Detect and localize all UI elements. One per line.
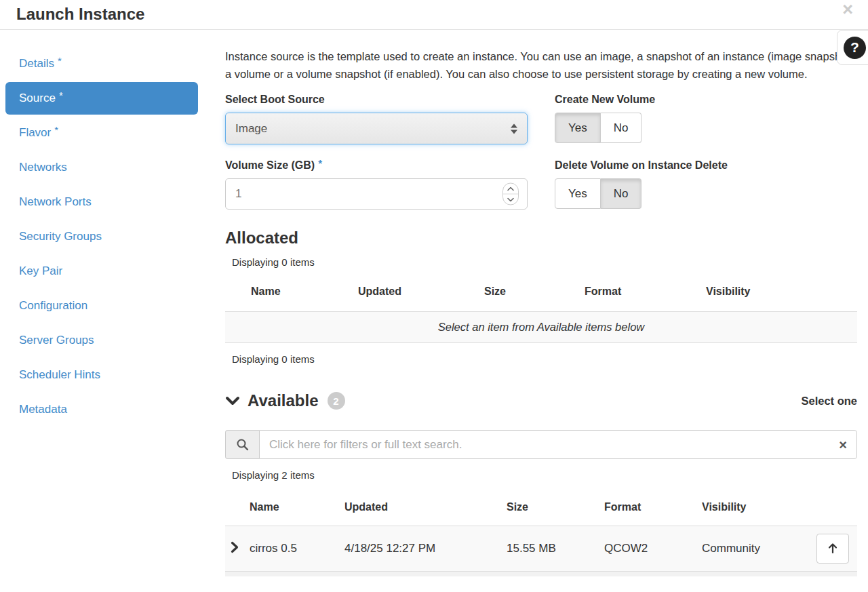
sidebar-item-server-groups[interactable]: Server Groups — [5, 324, 198, 357]
wizard-sidebar: Details* Source* Flavor* Networks Networ… — [5, 47, 198, 576]
row-visibility: Community — [702, 526, 815, 572]
sidebar-item-label: Metadata — [19, 403, 67, 416]
chevron-right-icon[interactable] — [231, 543, 239, 556]
sidebar-item-label: Scheduler Hints — [19, 368, 100, 381]
volume-size-field: Volume Size (GB)* — [225, 159, 528, 210]
available-heading: Available — [248, 391, 319, 410]
sidebar-item-source[interactable]: Source* — [5, 82, 198, 115]
create-new-volume-field: Create New Volume Yes No — [555, 94, 857, 144]
create-volume-no-button[interactable]: No — [601, 113, 642, 143]
modal-body: Details* Source* Flavor* Networks Networ… — [0, 30, 868, 576]
delete-volume-toggle: Yes No — [555, 178, 642, 209]
boot-source-value: Image — [235, 122, 267, 136]
help-button[interactable]: ? — [837, 30, 868, 65]
available-col-name: Name — [250, 489, 344, 526]
available-col-size: Size — [507, 489, 604, 526]
allocated-col-format: Format — [585, 276, 706, 312]
allocated-col-size: Size — [484, 276, 585, 312]
available-count: Displaying 2 items — [232, 469, 857, 481]
create-volume-yes-button[interactable]: Yes — [555, 113, 601, 143]
sidebar-item-label: Security Groups — [19, 230, 102, 243]
create-new-volume-toggle: Yes No — [555, 113, 642, 143]
available-col-expand — [225, 489, 250, 526]
allocate-item-button[interactable] — [816, 534, 849, 564]
chevron-down-icon[interactable] — [225, 395, 240, 406]
sidebar-item-details[interactable]: Details* — [5, 47, 198, 80]
allocated-col-name: Name — [251, 276, 358, 312]
table-row: cirros 0.5 4/18/25 12:27 PM 15.55 MB QCO… — [225, 526, 857, 572]
available-col-visibility: Visibility — [702, 489, 815, 526]
allocated-table: Name Updated Size Format Visibility Sele… — [225, 276, 857, 343]
allocated-count-top: Displaying 0 items — [232, 256, 857, 268]
available-col-action — [815, 489, 857, 526]
search-input[interactable] — [259, 430, 857, 459]
allocated-count-bottom: Displaying 0 items — [232, 353, 857, 365]
sidebar-item-networks[interactable]: Networks — [5, 151, 198, 184]
clear-search-icon[interactable]: × — [839, 438, 847, 452]
boot-source-select[interactable]: Image — [225, 113, 528, 144]
delete-volume-label: Delete Volume on Instance Delete — [555, 159, 857, 172]
available-count-badge: 2 — [328, 392, 345, 410]
row-size: 15.55 MB — [507, 526, 604, 572]
allocated-col-visibility: Visibility — [706, 276, 857, 312]
allocated-col-updated: Updated — [358, 276, 484, 312]
available-col-format: Format — [604, 489, 702, 526]
row-updated: 4/18/25 12:27 PM — [344, 526, 507, 572]
sidebar-item-label: Key Pair — [19, 264, 62, 277]
select-caret-icon — [511, 123, 517, 134]
modal-header: Launch Instance × — [0, 0, 868, 30]
source-step-panel: Instance source is the template used to … — [225, 47, 857, 576]
row-name: cirros 0.5 — [250, 526, 344, 572]
select-one-hint: Select one — [801, 395, 857, 408]
volume-size-stepper[interactable] — [502, 183, 519, 205]
required-asterisk: * — [59, 90, 63, 101]
sidebar-item-configuration[interactable]: Configuration — [5, 290, 198, 322]
allocated-empty-message: Select an item from Available items belo… — [225, 312, 857, 343]
volume-size-label: Volume Size (GB)* — [225, 159, 528, 172]
allocated-col-expand — [225, 276, 251, 312]
stepper-up-icon[interactable] — [503, 184, 518, 195]
boot-source-field: Select Boot Source Image — [225, 94, 528, 144]
sidebar-item-network-ports[interactable]: Network Ports — [5, 186, 198, 218]
sidebar-item-label: Server Groups — [19, 334, 94, 347]
allocated-heading: Allocated — [225, 229, 857, 248]
sidebar-item-label: Source — [19, 92, 56, 104]
close-icon[interactable]: × — [842, 0, 853, 20]
sidebar-item-label: Details — [19, 57, 54, 70]
source-description: Instance source is the template used to … — [225, 47, 857, 83]
delete-volume-no-button[interactable]: No — [601, 178, 642, 209]
sidebar-item-label: Flavor — [19, 126, 51, 139]
sidebar-item-flavor[interactable]: Flavor* — [5, 117, 198, 149]
delete-volume-field: Delete Volume on Instance Delete Yes No — [555, 159, 857, 210]
stepper-down-icon[interactable] — [503, 195, 518, 205]
launch-instance-modal: Launch Instance × ? Details* Source* Fla… — [0, 0, 868, 576]
volume-size-input[interactable] — [225, 178, 528, 210]
create-new-volume-label: Create New Volume — [555, 94, 857, 106]
sidebar-item-label: Networks — [19, 161, 67, 174]
required-asterisk: * — [54, 124, 58, 136]
delete-volume-yes-button[interactable]: Yes — [555, 178, 601, 209]
arrow-up-icon — [827, 542, 838, 556]
filter-search-bar: × — [225, 430, 857, 459]
search-icon — [225, 430, 259, 459]
sidebar-item-security-groups[interactable]: Security Groups — [5, 220, 198, 253]
allocated-empty-row: Select an item from Available items belo… — [225, 312, 857, 343]
sidebar-item-scheduler-hints[interactable]: Scheduler Hints — [5, 359, 198, 391]
available-header: Available 2 Select one — [225, 391, 857, 410]
available-col-updated: Updated — [344, 489, 507, 526]
sidebar-item-metadata[interactable]: Metadata — [5, 393, 198, 426]
boot-source-label: Select Boot Source — [225, 94, 528, 106]
sidebar-item-label: Network Ports — [19, 195, 92, 208]
source-form: Select Boot Source Image Create New Volu… — [225, 94, 857, 210]
required-asterisk: * — [318, 157, 322, 169]
sidebar-item-key-pair[interactable]: Key Pair — [5, 255, 198, 288]
help-icon: ? — [844, 37, 866, 59]
sidebar-item-label: Configuration — [19, 299, 87, 312]
required-asterisk: * — [58, 55, 62, 66]
page-title: Launch Instance — [16, 5, 144, 23]
row-format: QCOW2 — [604, 526, 702, 572]
available-table: Name Updated Size Format Visibility — [225, 489, 857, 572]
next-row-sliver — [225, 572, 857, 576]
